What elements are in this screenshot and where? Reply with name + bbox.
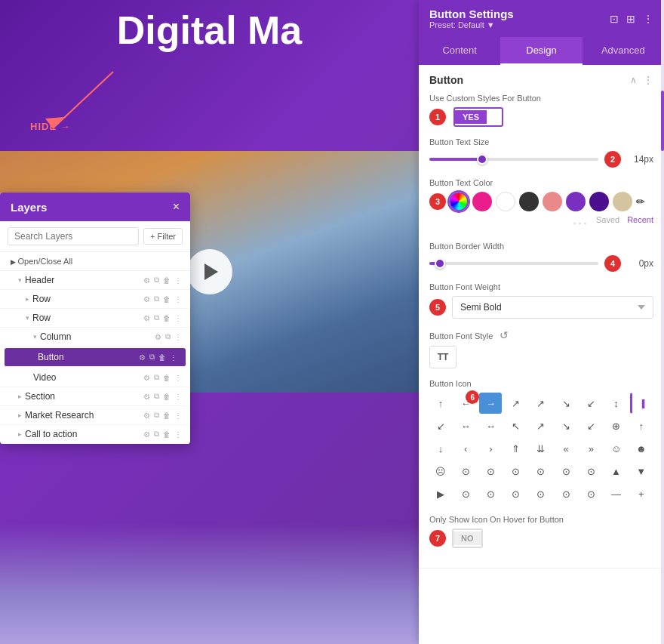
icon-cell[interactable]: — <box>605 483 628 504</box>
layer-item[interactable]: ▾ Header ⚙ ⧉ 🗑 ⋮ <box>0 271 190 290</box>
delete-icon[interactable]: 🗑 <box>162 411 171 421</box>
delete-icon[interactable]: 🗑 <box>162 276 171 285</box>
icon-cell[interactable]: ▐ <box>630 393 653 414</box>
settings-icon[interactable]: ⚙ <box>154 332 162 342</box>
filter-button[interactable]: + Filter <box>143 228 183 245</box>
color-swatch-beige[interactable] <box>613 192 632 211</box>
color-swatch-pink[interactable] <box>472 192 492 211</box>
delete-icon[interactable]: 🗑 <box>162 430 171 439</box>
duplicate-icon[interactable]: ⧉ <box>153 410 160 421</box>
settings-icon[interactable]: ⚙ <box>143 430 151 439</box>
slider-thumb[interactable] <box>477 154 487 165</box>
icon-cell[interactable]: ↙ <box>579 393 602 414</box>
settings-icon[interactable]: ⚙ <box>143 313 151 323</box>
scrollbar[interactable] <box>661 0 664 644</box>
scrollbar-thumb[interactable] <box>661 91 664 151</box>
icon-cell[interactable]: ↑ <box>630 415 653 436</box>
open-close-all[interactable]: Open/Close All <box>0 252 190 271</box>
section-collapse-icon[interactable]: ∧ <box>630 75 637 85</box>
more-icon[interactable]: ⋮ <box>174 313 183 323</box>
slider-thumb[interactable] <box>435 258 445 269</box>
icon-cell[interactable]: ⊙ <box>530 483 552 504</box>
icon-cell[interactable]: ⊙ <box>479 461 502 482</box>
font-style-reset-icon[interactable]: ↺ <box>500 329 509 341</box>
layers-close-button[interactable]: × <box>173 200 180 214</box>
more-icon[interactable]: ⋮ <box>174 392 183 402</box>
icon-cell[interactable]: ⊙ <box>530 461 552 482</box>
more-icon[interactable]: ⋮ <box>174 430 183 439</box>
more-icon[interactable]: ⋮ <box>174 373 183 383</box>
icon-cell[interactable]: ⊙ <box>454 483 477 504</box>
icon-cell[interactable]: ▼ <box>630 461 653 482</box>
tab-content[interactable]: Content <box>419 37 500 65</box>
icon-cell[interactable]: ↘ <box>555 393 577 414</box>
icon-cell[interactable]: ☻ <box>630 438 653 459</box>
layer-item[interactable]: ▸ Row ⚙ ⧉ 🗑 ⋮ <box>0 290 190 309</box>
color-swatch-white[interactable] <box>496 192 515 211</box>
layer-item[interactable]: Video ⚙ ⧉ 🗑 ⋮ <box>0 368 190 387</box>
icon-cell[interactable]: ↙ <box>579 415 602 436</box>
icon-cell[interactable]: ▲ <box>605 461 628 482</box>
settings-icon[interactable]: ⚙ <box>143 411 151 421</box>
layer-item[interactable]: ▸ Call to action ⚙ ⧉ 🗑 ⋮ <box>0 425 190 444</box>
saved-label[interactable]: Saved <box>596 215 619 231</box>
icon-cell[interactable]: ↗ <box>530 393 552 414</box>
custom-styles-toggle[interactable]: YES <box>453 107 503 127</box>
tab-advanced[interactable]: Advanced <box>583 37 664 65</box>
more-icon[interactable]: ⋮ <box>174 411 183 421</box>
color-swatch-purple[interactable] <box>566 192 586 211</box>
delete-icon[interactable]: 🗑 <box>162 373 171 383</box>
icon-cell[interactable]: ↖ <box>505 415 527 436</box>
icon-cell[interactable]: ⊙ <box>479 483 502 504</box>
resize-icon[interactable]: ⊡ <box>610 13 619 25</box>
duplicate-icon[interactable]: ⧉ <box>153 429 160 439</box>
delete-icon[interactable]: 🗑 <box>158 353 167 362</box>
hide-label[interactable]: HIDE → <box>30 121 71 132</box>
layers-search-input[interactable] <box>8 227 139 245</box>
font-style-tt[interactable]: TT <box>429 346 456 368</box>
color-swatch-salmon[interactable] <box>543 192 562 211</box>
icon-cell[interactable]: ⊙ <box>454 461 477 482</box>
icon-cell[interactable]: ↑ <box>429 393 452 414</box>
icon-cell[interactable]: ↙ <box>429 415 452 436</box>
more-icon[interactable]: ⋮ <box>174 332 183 342</box>
icon-cell[interactable]: » <box>579 438 602 459</box>
color-swatch-darkpurple[interactable] <box>589 192 609 211</box>
duplicate-icon[interactable]: ⧉ <box>153 372 160 383</box>
recent-label[interactable]: Recent <box>627 215 653 231</box>
layer-item[interactable]: ▸ Market Research ⚙ ⧉ 🗑 ⋮ <box>0 406 190 425</box>
duplicate-icon[interactable]: ⧉ <box>164 331 171 342</box>
duplicate-icon[interactable]: ⧉ <box>149 352 155 362</box>
more-icon[interactable]: ⋮ <box>174 276 183 285</box>
section-more-icon[interactable]: ⋮ <box>643 74 653 86</box>
icon-cell[interactable]: ⊙ <box>505 483 527 504</box>
duplicate-icon[interactable]: ⧉ <box>153 294 160 304</box>
icon-cell[interactable]: ☺ <box>605 438 628 459</box>
color-swatch-dark[interactable] <box>519 192 539 211</box>
icon-cell[interactable]: ↗ <box>505 393 527 414</box>
settings-icon[interactable]: ⚙ <box>143 276 151 285</box>
tab-design[interactable]: Design <box>500 37 582 65</box>
layer-item-selected[interactable]: Button ⚙ ⧉ 🗑 ⋮ <box>5 348 186 367</box>
only-show-icon-toggle[interactable]: NO <box>452 528 483 548</box>
settings-icon[interactable]: ⚙ <box>143 373 151 383</box>
delete-icon[interactable]: 🗑 <box>162 294 171 304</box>
duplicate-icon[interactable]: ⧉ <box>153 313 160 323</box>
icon-cell[interactable]: ↘ <box>555 415 577 436</box>
icon-cell[interactable]: ⊙ <box>555 461 577 482</box>
icon-cell[interactable]: › <box>479 438 502 459</box>
color-picker-icon[interactable]: ✏ <box>636 196 645 208</box>
delete-icon[interactable]: 🗑 <box>162 313 171 323</box>
icon-cell[interactable]: ⊙ <box>579 461 602 482</box>
icon-cell[interactable]: ↓ <box>429 438 452 459</box>
icon-cell[interactable]: ⊕ <box>605 415 628 436</box>
columns-icon[interactable]: ⊞ <box>626 13 635 25</box>
delete-icon[interactable]: 🗑 <box>162 392 171 402</box>
icon-cell[interactable]: ⇊ <box>530 438 552 459</box>
duplicate-icon[interactable]: ⧉ <box>153 275 160 285</box>
icon-cell[interactable]: ↔ <box>479 415 502 436</box>
play-button[interactable] <box>187 249 232 294</box>
layer-item[interactable]: ▸ Section ⚙ ⧉ 🗑 ⋮ <box>0 387 190 406</box>
icon-cell[interactable]: ☹ <box>429 461 452 482</box>
more-options-icon[interactable]: ⋮ <box>643 13 653 25</box>
